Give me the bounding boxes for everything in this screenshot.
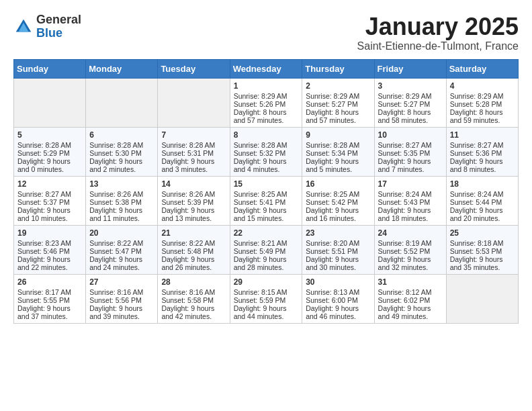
day-info: Sunrise: 8:15 AM <box>234 288 299 296</box>
calendar-header-row: SundayMondayTuesdayWednesdayThursdayFrid… <box>14 59 519 78</box>
calendar-cell: 8Sunrise: 8:28 AMSunset: 5:32 PMDaylight… <box>230 127 302 176</box>
day-number: 4 <box>450 81 515 91</box>
day-info: Daylight: 9 hours and 28 minutes. <box>234 255 299 271</box>
day-number: 16 <box>306 179 370 189</box>
day-info: Sunrise: 8:29 AM <box>234 92 299 100</box>
header-cell-friday: Friday <box>374 59 446 78</box>
calendar-week-row: 5Sunrise: 8:28 AMSunset: 5:29 PMDaylight… <box>14 127 519 176</box>
header-cell-thursday: Thursday <box>302 59 374 78</box>
calendar-cell: 10Sunrise: 8:27 AMSunset: 5:35 PMDayligh… <box>374 127 446 176</box>
day-info: Sunrise: 8:28 AM <box>234 141 299 149</box>
page-header: General Blue January 2025 Saint-Etienne-… <box>13 13 519 52</box>
day-info: Sunrise: 8:28 AM <box>89 141 154 149</box>
day-info: Sunset: 5:27 PM <box>306 100 370 108</box>
day-info: Sunrise: 8:27 AM <box>450 141 515 149</box>
day-info: Daylight: 9 hours and 7 minutes. <box>378 157 443 173</box>
day-info: Daylight: 9 hours and 49 minutes. <box>378 304 443 320</box>
day-info: Sunset: 5:58 PM <box>161 296 226 304</box>
day-info: Sunrise: 8:28 AM <box>17 141 82 149</box>
logo: General Blue <box>13 13 81 40</box>
location-title: Saint-Etienne-de-Tulmont, France <box>357 40 519 52</box>
day-info: Sunrise: 8:25 AM <box>306 190 370 198</box>
day-number: 23 <box>306 228 370 238</box>
day-number: 11 <box>450 130 515 140</box>
day-info: Sunset: 5:46 PM <box>17 247 82 255</box>
calendar-cell: 25Sunrise: 8:18 AMSunset: 5:53 PMDayligh… <box>446 225 518 274</box>
day-info: Sunset: 5:47 PM <box>89 247 154 255</box>
day-info: Sunset: 6:02 PM <box>378 296 443 304</box>
calendar-cell <box>158 78 230 127</box>
day-info: Sunset: 5:48 PM <box>161 247 226 255</box>
calendar-cell: 2Sunrise: 8:29 AMSunset: 5:27 PMDaylight… <box>302 78 374 127</box>
calendar-cell: 14Sunrise: 8:26 AMSunset: 5:39 PMDayligh… <box>158 176 230 225</box>
day-number: 18 <box>450 179 515 189</box>
month-title: January 2025 <box>357 13 519 40</box>
calendar-cell: 7Sunrise: 8:28 AMSunset: 5:31 PMDaylight… <box>158 127 230 176</box>
day-info: Sunset: 5:38 PM <box>89 198 154 206</box>
logo-icon <box>13 17 34 37</box>
day-number: 26 <box>17 277 82 287</box>
calendar-cell: 11Sunrise: 8:27 AMSunset: 5:36 PMDayligh… <box>446 127 518 176</box>
day-info: Sunset: 5:32 PM <box>234 149 299 157</box>
day-info: Sunrise: 8:22 AM <box>89 239 154 247</box>
calendar-cell: 12Sunrise: 8:27 AMSunset: 5:37 PMDayligh… <box>14 176 86 225</box>
day-number: 21 <box>161 228 226 238</box>
day-info: Sunrise: 8:26 AM <box>161 190 226 198</box>
day-info: Sunset: 5:49 PM <box>234 247 299 255</box>
calendar-cell <box>446 274 518 323</box>
day-info: Daylight: 9 hours and 44 minutes. <box>234 304 299 320</box>
day-info: Sunset: 5:56 PM <box>89 296 154 304</box>
day-info: Sunset: 5:31 PM <box>161 149 226 157</box>
day-info: Sunset: 5:52 PM <box>378 247 443 255</box>
day-number: 12 <box>17 179 82 189</box>
day-number: 2 <box>306 81 370 91</box>
day-number: 17 <box>378 179 443 189</box>
day-info: Sunrise: 8:28 AM <box>306 141 370 149</box>
calendar-cell: 31Sunrise: 8:12 AMSunset: 6:02 PMDayligh… <box>374 274 446 323</box>
day-info: Sunset: 5:34 PM <box>306 149 370 157</box>
day-info: Sunset: 5:43 PM <box>378 198 443 206</box>
day-info: Daylight: 8 hours and 58 minutes. <box>378 108 443 124</box>
day-info: Sunrise: 8:26 AM <box>89 190 154 198</box>
day-number: 13 <box>89 179 154 189</box>
day-info: Daylight: 9 hours and 8 minutes. <box>450 157 515 173</box>
day-number: 5 <box>17 130 82 140</box>
day-info: Daylight: 9 hours and 30 minutes. <box>306 255 370 271</box>
day-info: Daylight: 9 hours and 18 minutes. <box>378 206 443 222</box>
calendar-cell: 3Sunrise: 8:29 AMSunset: 5:27 PMDaylight… <box>374 78 446 127</box>
day-info: Sunrise: 8:27 AM <box>378 141 443 149</box>
day-number: 10 <box>378 130 443 140</box>
day-info: Sunrise: 8:29 AM <box>450 92 515 100</box>
calendar-cell: 27Sunrise: 8:16 AMSunset: 5:56 PMDayligh… <box>86 274 158 323</box>
day-info: Daylight: 9 hours and 3 minutes. <box>161 157 226 173</box>
calendar-cell: 6Sunrise: 8:28 AMSunset: 5:30 PMDaylight… <box>86 127 158 176</box>
day-info: Sunrise: 8:27 AM <box>17 190 82 198</box>
calendar-cell: 20Sunrise: 8:22 AMSunset: 5:47 PMDayligh… <box>86 225 158 274</box>
day-number: 19 <box>17 228 82 238</box>
day-info: Sunrise: 8:17 AM <box>17 288 82 296</box>
calendar-week-row: 19Sunrise: 8:23 AMSunset: 5:46 PMDayligh… <box>14 225 519 274</box>
day-info: Sunset: 5:27 PM <box>378 100 443 108</box>
day-info: Sunrise: 8:29 AM <box>306 92 370 100</box>
day-info: Daylight: 9 hours and 24 minutes. <box>89 255 154 271</box>
day-info: Daylight: 9 hours and 13 minutes. <box>161 206 226 222</box>
calendar-cell: 28Sunrise: 8:16 AMSunset: 5:58 PMDayligh… <box>158 274 230 323</box>
header-cell-sunday: Sunday <box>14 59 86 78</box>
day-info: Daylight: 9 hours and 16 minutes. <box>306 206 370 222</box>
day-info: Sunrise: 8:22 AM <box>161 239 226 247</box>
calendar-cell: 22Sunrise: 8:21 AMSunset: 5:49 PMDayligh… <box>230 225 302 274</box>
day-info: Sunset: 5:55 PM <box>17 296 82 304</box>
day-number: 27 <box>89 277 154 287</box>
calendar-cell <box>14 78 86 127</box>
day-info: Sunrise: 8:18 AM <box>450 239 515 247</box>
calendar-week-row: 12Sunrise: 8:27 AMSunset: 5:37 PMDayligh… <box>14 176 519 225</box>
calendar-cell: 15Sunrise: 8:25 AMSunset: 5:41 PMDayligh… <box>230 176 302 225</box>
day-info: Sunrise: 8:25 AM <box>234 190 299 198</box>
calendar-cell: 16Sunrise: 8:25 AMSunset: 5:42 PMDayligh… <box>302 176 374 225</box>
day-number: 1 <box>234 81 299 91</box>
day-info: Daylight: 9 hours and 20 minutes. <box>450 206 515 222</box>
day-info: Sunrise: 8:29 AM <box>378 92 443 100</box>
logo-blue: Blue <box>36 26 62 40</box>
day-info: Daylight: 9 hours and 26 minutes. <box>161 255 226 271</box>
calendar-table: SundayMondayTuesdayWednesdayThursdayFrid… <box>13 59 519 324</box>
